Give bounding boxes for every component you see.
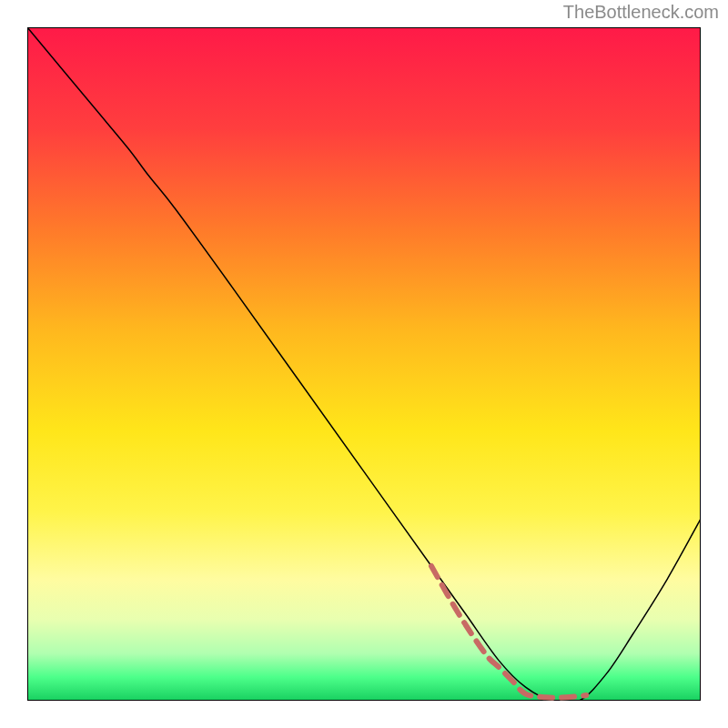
chart-plot-area [27, 27, 701, 701]
chart-background [27, 27, 701, 701]
chart-svg [27, 27, 701, 701]
attribution-text: TheBottleneck.com [563, 2, 719, 23]
